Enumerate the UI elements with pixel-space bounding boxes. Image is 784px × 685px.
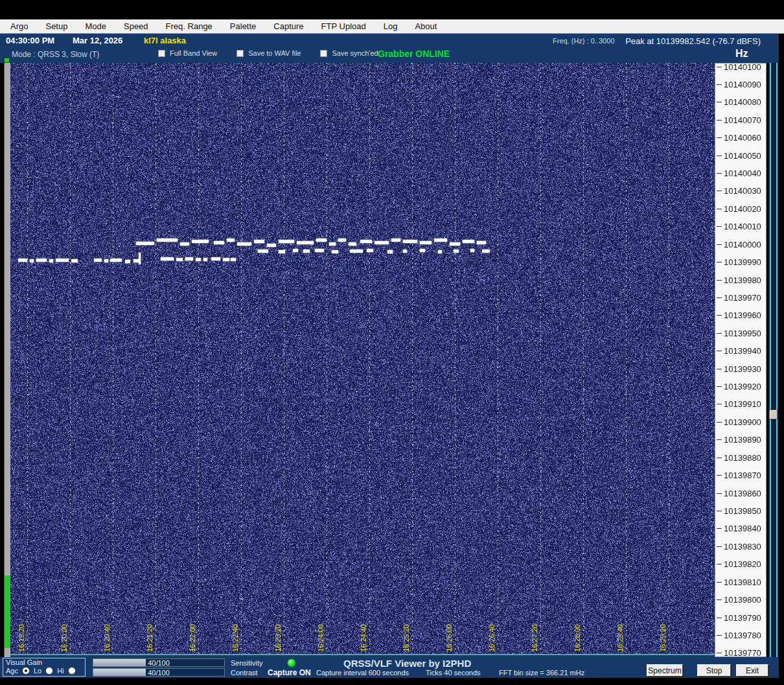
freq-scale-row: 10139850: [715, 506, 767, 517]
freq-scale-row: 10140010: [715, 222, 767, 232]
freq-scale-value: 10139970: [724, 293, 761, 303]
freq-scale-row: 10139950: [715, 328, 767, 338]
freq-scale-value: 10139930: [724, 364, 761, 374]
menu-item-speed[interactable]: Speed: [124, 21, 148, 31]
menu-item-setup[interactable]: Setup: [45, 21, 67, 31]
freq-tick-mark: [717, 351, 722, 351]
peak-readout: Peak at 10139982.542 (-76.7 dBFS): [625, 36, 761, 46]
freq-scale-value: 10139950: [724, 329, 761, 338]
ticks-label: Ticks 40 seconds: [426, 669, 481, 677]
freq-tick-mark: [717, 475, 722, 476]
freq-tick-mark: [717, 618, 722, 618]
contrast-slider[interactable]: 40/100: [93, 668, 225, 677]
freq-scale-value: 10139980: [724, 275, 761, 285]
freq-scale-value: 10139900: [724, 417, 761, 427]
freq-scale-row: 10139970: [715, 292, 767, 303]
checkbox-save-synch-ed[interactable]: [320, 50, 327, 57]
freq-scale-row: 10140100: [715, 62, 767, 72]
waterfall-canvas: [10, 63, 715, 657]
freq-tick-mark: [717, 599, 722, 600]
frequency-scrollbar[interactable]: [768, 63, 779, 657]
freq-scale-value: 10139830: [724, 542, 761, 551]
freq-scale-row: 10140070: [715, 115, 767, 125]
radio-lo[interactable]: [45, 667, 53, 675]
capture-interval-label: Capture interval 600 seconds: [316, 669, 409, 677]
freq-tick-mark: [717, 262, 722, 262]
freq-scale-row: 10139790: [715, 612, 767, 623]
menu-item-about[interactable]: About: [415, 21, 437, 31]
freq-tick-mark: [717, 209, 722, 209]
menu-item-freq-range[interactable]: Freq. Range: [166, 21, 213, 31]
capture-state-label: Capture ON: [268, 668, 311, 677]
stop-button[interactable]: Stop: [697, 664, 731, 677]
freq-tick-mark: [717, 84, 722, 85]
checkbox-save-to-wav-file[interactable]: [236, 50, 244, 57]
checkbox-item: Save synch'ed: [320, 49, 378, 57]
freq-scale-value: 10139990: [724, 257, 761, 267]
freq-tick-mark: [717, 653, 722, 653]
app-title: QRSS/VLF Viewer by I2PHD: [343, 658, 471, 669]
hz-axis-label: Hz: [735, 48, 748, 60]
freq-scale-row: 10139780: [715, 630, 767, 640]
freq-tick-mark: [717, 582, 722, 583]
freq-scale-value: 10139890: [724, 435, 761, 445]
freq-scale-value: 10139870: [724, 470, 761, 480]
freq-tick-mark: [717, 511, 722, 511]
exit-button[interactable]: Exit: [736, 664, 768, 677]
menu-item-log[interactable]: Log: [384, 21, 398, 31]
menu-item-capture[interactable]: Capture: [273, 21, 303, 31]
scrollbar-track-line: [776, 63, 778, 657]
menu-item-mode[interactable]: Mode: [85, 21, 106, 31]
checkbox-item: Save to WAV file: [236, 49, 301, 57]
freq-scale-value: 10140090: [724, 80, 761, 89]
freq-scale-value: 10140000: [724, 240, 761, 250]
waterfall-region: 16:19:2016:20:0016:20:4016:21:2016:22:00…: [0, 63, 784, 657]
freq-tick-mark: [717, 156, 722, 156]
checkbox-group: Full Band ViewSave to WAV fileSave synch…: [158, 49, 378, 57]
freq-scale-row: 10140040: [715, 168, 767, 179]
menu-item-argo[interactable]: Argo: [10, 21, 28, 31]
freq-tick-mark: [717, 226, 722, 227]
freq-scale-row: 10139940: [715, 346, 767, 356]
spectrum-button[interactable]: Spectrum: [647, 664, 683, 677]
freq-tick-mark: [717, 244, 722, 245]
action-buttons: SpectrumStopExit: [647, 664, 768, 677]
sensitivity-slider[interactable]: 40/100: [93, 658, 225, 667]
radio-hi[interactable]: [68, 667, 76, 675]
freq-scale-row: 10139840: [715, 524, 767, 534]
contrast-label: Contrast: [231, 669, 258, 677]
freq-tick-mark: [717, 546, 722, 547]
freq-scale-row: 10139820: [715, 559, 767, 570]
mode-label: Mode : QRSS 3, Slow (T): [12, 50, 99, 59]
radio-label: Hi: [57, 667, 63, 675]
freq-scale-row: 10139890: [715, 435, 767, 445]
freq-tick-mark: [717, 564, 722, 564]
freq-scale-row: 10139930: [715, 364, 767, 374]
scrollbar-thumb[interactable]: [769, 410, 778, 419]
clock-time: 04:30:00 PM: [6, 36, 54, 45]
freq-scale-value: 10140100: [724, 62, 761, 72]
bottom-control-bar: Visual Gain AgcLoHi 40/10040/100 Sensiti…: [0, 657, 779, 678]
gain-radio-group: AgcLoHi: [6, 667, 76, 675]
freq-scale-row: 10140030: [715, 186, 767, 196]
radio-label: Lo: [34, 667, 41, 675]
freq-scale-row: 10139980: [715, 275, 767, 285]
checkbox-label: Save to WAV file: [248, 49, 301, 57]
menu-item-palette[interactable]: Palette: [230, 21, 256, 31]
freq-scale-row: 10140060: [715, 133, 767, 143]
menu-item-ftp-upload[interactable]: FTP Upload: [321, 21, 366, 31]
freq-tick-mark: [717, 422, 722, 423]
frequency-scale: 1014010010140090101400801014007010140060…: [715, 63, 767, 657]
freq-scale-row: 10140000: [715, 239, 767, 250]
freq-scale-row: 10139830: [715, 541, 767, 551]
freq-tick-mark: [717, 386, 722, 387]
capture-progress-marker: [4, 58, 10, 63]
scrollbar-track-line: [770, 63, 771, 657]
freq-scale-value: 10139850: [724, 506, 761, 516]
radio-agc[interactable]: [22, 667, 30, 675]
freq-scale-value: 10139920: [724, 382, 761, 391]
argo-window: ArgoSetupModeSpeedFreq. RangePaletteCapt…: [0, 0, 784, 685]
freq-tick-mark: [717, 439, 722, 440]
freq-scale-value: 10139910: [724, 399, 761, 409]
checkbox-full-band-view[interactable]: [158, 50, 165, 57]
